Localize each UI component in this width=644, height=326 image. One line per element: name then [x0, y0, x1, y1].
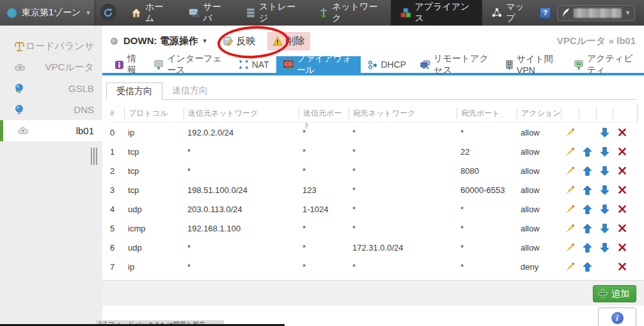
tab-label: インターフェース: [167, 53, 224, 76]
delete-row-icon[interactable]: [613, 205, 631, 213]
tab-remote-access[interactable]: リモートアクセス: [413, 56, 498, 73]
cell-src-port: *: [299, 128, 349, 137]
delete-row-icon[interactable]: [613, 147, 631, 156]
subtab-outbound[interactable]: 送信方向: [162, 82, 217, 100]
cell-protocol: udp: [124, 243, 184, 252]
nav-home[interactable]: ホーム: [122, 0, 179, 26]
edit-rule-icon[interactable]: [561, 185, 579, 196]
move-down-icon[interactable]: [596, 243, 613, 252]
move-down-icon[interactable]: [596, 128, 613, 137]
apply-button[interactable]: 反映: [218, 32, 261, 50]
interface-icon: [153, 60, 164, 70]
nav-network-label: ネットワーク: [332, 1, 381, 24]
move-down-icon[interactable]: [596, 224, 613, 233]
move-up-icon[interactable]: [579, 262, 596, 272]
nav-server-label: サーバ: [203, 1, 228, 24]
tab-activity[interactable]: アクティビティ: [567, 56, 644, 73]
tab-label: DHCP: [381, 59, 406, 70]
activity-monitor-icon: [574, 60, 584, 70]
globe-stand-icon: [14, 104, 24, 115]
nav-network[interactable]: ネットワーク: [310, 0, 391, 26]
cell-protocol: ip: [124, 262, 184, 272]
edit-rule-icon[interactable]: [561, 261, 579, 272]
move-down-icon[interactable]: [596, 147, 613, 157]
delete-row-icon[interactable]: [613, 128, 631, 137]
nav-server[interactable]: サーバ: [179, 0, 237, 26]
tab-site-vpn[interactable]: サイト間VPN: [498, 56, 567, 73]
delete-row-icon[interactable]: [613, 224, 631, 233]
tab-firewall[interactable]: ファイアウォール: [276, 56, 361, 73]
edit-rule-icon[interactable]: [561, 146, 579, 157]
help-button[interactable]: ?: [540, 8, 551, 19]
tab-nat[interactable]: NAT: [232, 56, 276, 73]
nav-storage[interactable]: ストレージ: [237, 0, 310, 26]
delete-button[interactable]: 削除: [267, 32, 310, 50]
move-up-icon[interactable]: [579, 147, 596, 157]
chevron-down-icon: ▼: [625, 10, 631, 16]
sidebar-item-gslb[interactable]: GSLB: [0, 78, 102, 99]
home-icon: [131, 8, 141, 18]
col-header-src-network: 送信元ネットワーク: [184, 107, 299, 119]
nav-appliance[interactable]: アプライアンス: [391, 0, 482, 26]
top-bar: 東京第1ゾーン ▼ ホーム サーバ ストレージ ネットワーク アプライアンス マ…: [0, 0, 644, 26]
tab-info[interactable]: 情報: [107, 56, 146, 73]
cloud-icon: [14, 63, 26, 72]
move-up-icon[interactable]: [579, 243, 596, 252]
move-up-icon[interactable]: [579, 166, 596, 176]
sidebar-item-loadbalancer[interactable]: ロードバランサ: [0, 36, 102, 57]
account-menu[interactable]: ▼: [557, 5, 635, 21]
cell-src-port: *: [299, 262, 349, 272]
move-up-icon[interactable]: [579, 224, 596, 233]
cell-action: allow: [517, 243, 561, 252]
cell-action: deny: [517, 262, 561, 272]
cell-dst-network: *: [349, 262, 457, 272]
tab-interface[interactable]: インターフェース: [146, 56, 231, 73]
table-row: 0 ip 192.0.2.0/24 * * * allow: [107, 123, 638, 142]
delete-row-icon[interactable]: [613, 166, 631, 175]
col-header-up: [579, 107, 596, 119]
tab-dhcp[interactable]: DHCP: [361, 56, 413, 73]
nav-map[interactable]: マップ: [482, 0, 540, 26]
info-help-box[interactable]: i: [598, 307, 636, 326]
edit-rule-icon[interactable]: [561, 242, 579, 253]
cell-dst-network: *: [349, 147, 457, 157]
move-up-icon[interactable]: [579, 185, 596, 195]
power-menu[interactable]: DOWN: 電源操作: [123, 35, 198, 47]
subtab-inbound[interactable]: 受信方向: [106, 82, 162, 100]
info-square-icon: [114, 60, 124, 70]
cell-index: 0: [107, 128, 124, 137]
edit-rule-icon[interactable]: [561, 127, 579, 138]
nav-appliance-label: アプライアンス: [414, 1, 473, 24]
move-up-icon[interactable]: [579, 205, 596, 214]
plus-icon: [598, 289, 608, 299]
delete-row-icon[interactable]: [613, 262, 631, 271]
sidebar-resize-handle[interactable]: [91, 148, 97, 165]
delete-row-icon[interactable]: [613, 185, 631, 194]
sidebar-item-vpcrouter[interactable]: VPCルータ: [0, 57, 102, 78]
add-rule-button[interactable]: 追加: [593, 285, 636, 302]
main-nav: ホーム サーバ ストレージ ネットワーク アプライアンス マップ: [122, 0, 540, 26]
move-down-icon[interactable]: [596, 166, 613, 176]
breadcrumb: VPCルータ » lb01: [557, 35, 636, 47]
cell-src-port: 123: [299, 185, 349, 195]
edit-rule-icon[interactable]: [561, 166, 579, 176]
zone-selector[interactable]: 東京第1ゾーン ▼: [0, 0, 95, 26]
cloud-icon: [17, 127, 29, 135]
col-header-protocol: プロトコル: [124, 107, 184, 119]
edit-rule-icon[interactable]: [561, 223, 579, 234]
cell-index: 6: [107, 243, 124, 252]
sidebar-item-lb01[interactable]: lb01: [0, 120, 102, 141]
sidebar-item-dns[interactable]: DNS: [0, 99, 102, 120]
move-down-icon[interactable]: [596, 205, 613, 214]
toolbar: DOWN: 電源操作 ▼ 反映 削除 VPCルータ » lb01: [102, 26, 644, 56]
globe-stand-icon: [14, 83, 24, 94]
nat-arrows-icon: [239, 59, 249, 70]
cell-protocol: tcp: [124, 166, 184, 176]
cell-src-port: *: [299, 224, 349, 233]
refresh-button[interactable]: [100, 4, 116, 21]
delete-row-icon[interactable]: [613, 243, 631, 252]
edit-rule-icon[interactable]: [561, 204, 579, 215]
move-down-icon[interactable]: [596, 185, 613, 195]
server-icon: [189, 8, 200, 18]
col-header-down: [596, 107, 613, 119]
